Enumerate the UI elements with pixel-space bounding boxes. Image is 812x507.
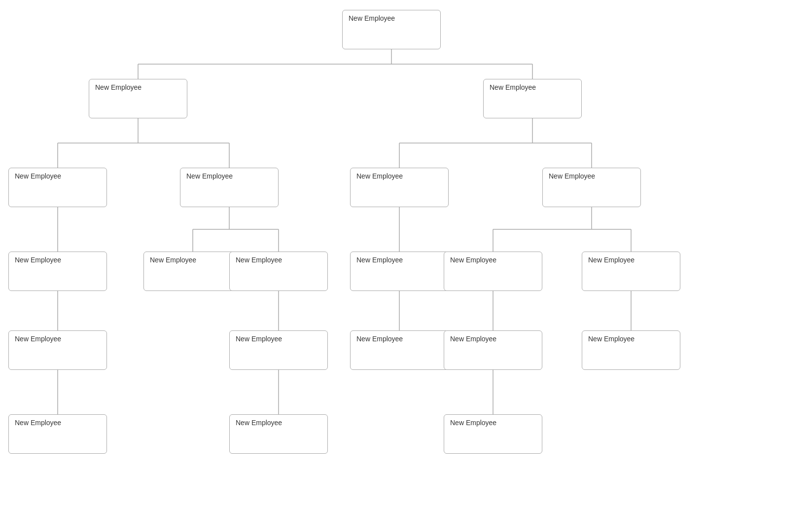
org-node-l5e[interactable]: New Employee bbox=[444, 414, 542, 454]
org-node-l1a[interactable]: New Employee bbox=[89, 79, 187, 118]
org-node-l5a[interactable]: New Employee bbox=[8, 414, 107, 454]
org-node-l3d[interactable]: New Employee bbox=[350, 252, 449, 291]
org-node-l2d[interactable]: New Employee bbox=[542, 168, 641, 207]
org-node-l4a[interactable]: New Employee bbox=[8, 330, 107, 370]
org-node-l4d[interactable]: New Employee bbox=[350, 330, 449, 370]
org-node-l2b[interactable]: New Employee bbox=[180, 168, 279, 207]
org-node-l3f[interactable]: New Employee bbox=[582, 252, 680, 291]
org-node-l4c[interactable]: New Employee bbox=[229, 330, 328, 370]
org-node-l2c[interactable]: New Employee bbox=[350, 168, 449, 207]
org-node-l3a[interactable]: New Employee bbox=[8, 252, 107, 291]
org-node-l3c[interactable]: New Employee bbox=[229, 252, 328, 291]
org-node-l3e[interactable]: New Employee bbox=[444, 252, 542, 291]
org-chart-container: New EmployeeNew EmployeeNew EmployeeNew … bbox=[0, 0, 812, 507]
org-node-l5c[interactable]: New Employee bbox=[229, 414, 328, 454]
org-node-root[interactable]: New Employee bbox=[342, 10, 441, 49]
org-node-l2a[interactable]: New Employee bbox=[8, 168, 107, 207]
org-node-l1b[interactable]: New Employee bbox=[483, 79, 582, 118]
org-node-l4e[interactable]: New Employee bbox=[444, 330, 542, 370]
org-node-l4f[interactable]: New Employee bbox=[582, 330, 680, 370]
org-node-l3b[interactable]: New Employee bbox=[143, 252, 242, 291]
